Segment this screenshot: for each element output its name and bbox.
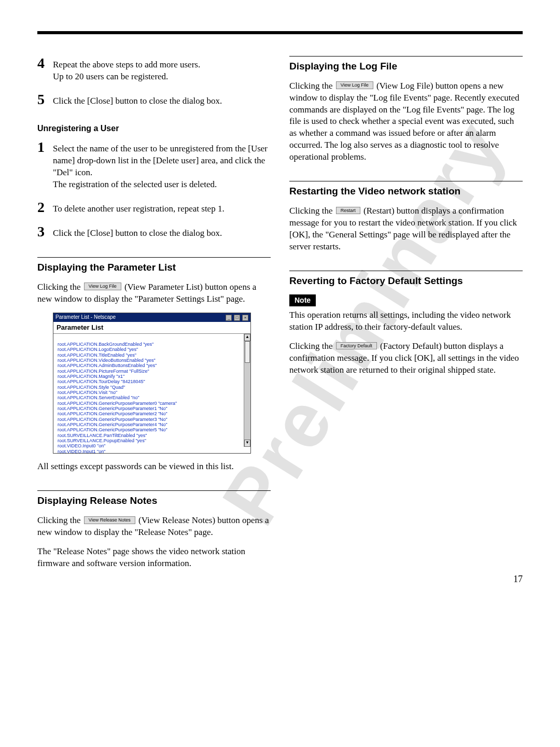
step-text: Repeat the above steps to add more users… (53, 56, 200, 83)
scrollbar[interactable]: ▲ ▼ (244, 334, 250, 447)
view-parameter-list-button[interactable]: View Log File (84, 283, 121, 290)
restart-paragraph: Clicking the Restart (Restart) button di… (289, 205, 523, 253)
maximize-icon[interactable]: □ (234, 315, 240, 321)
factory-default-button[interactable]: Factory Default (336, 342, 377, 350)
text-pre: Clicking the (37, 282, 83, 292)
step-line-a: Repeat the above steps to add more users… (53, 60, 200, 69)
parameter-list-paragraph: Clicking the View Log File (View Paramet… (37, 281, 271, 305)
view-release-notes-button[interactable]: View Release Notes (84, 516, 135, 524)
parameter-list-body: root.APPLICATION.BackGroundEnabled "yes"… (53, 334, 250, 453)
parameter-list-window: Parameter List - Netscape _ □ × Paramete… (53, 313, 251, 454)
step-number: 1 (37, 140, 53, 154)
text-pre: Clicking the (37, 515, 83, 525)
step-number: 4 (37, 56, 53, 71)
minimize-icon[interactable]: _ (226, 315, 232, 321)
release-notes-paragraph-2: The "Release Notes" page shows the video… (37, 546, 271, 570)
text-post: (View Log File) button opens a new windo… (289, 81, 519, 162)
text-pre: Clicking the (289, 206, 335, 216)
step-5: 5 Click the [Close] button to close the … (37, 92, 271, 107)
window-titlebar: Parameter List - Netscape _ □ × (53, 313, 250, 322)
step-line-b: The registration of the selected user is… (53, 179, 217, 189)
revert-heading: Reverting to Factory Default Settings (289, 271, 523, 288)
revert-paragraph: Clicking the Factory Default (Factory De… (289, 341, 523, 376)
window-title: Parameter List - Netscape (55, 314, 116, 321)
parameter-lines: root.APPLICATION.BackGroundEnabled "yes"… (58, 342, 177, 454)
view-log-file-button[interactable]: View Log File (336, 81, 373, 89)
page: Preliminary 4 Repeat the above steps to … (0, 0, 560, 598)
step-line-b: Up to 20 users can be registered. (53, 72, 168, 81)
unreg-step-1: 1 Select the name of the user to be unre… (37, 140, 271, 191)
right-column: Displaying the Log File Clicking the Vie… (289, 56, 523, 577)
step-line-a: Select the name of the user to be unregi… (53, 144, 268, 177)
step-text: To delete another user registration, rep… (53, 200, 225, 215)
unreg-step-3: 3 Click the [Close] button to close the … (37, 224, 271, 239)
log-file-heading: Displaying the Log File (289, 56, 523, 73)
parameter-list-heading: Displaying the Parameter List (37, 257, 271, 274)
scroll-up-icon[interactable]: ▲ (244, 334, 250, 341)
step-text: Click the [Close] button to close the di… (53, 92, 222, 107)
step-text: Select the name of the user to be unregi… (53, 140, 271, 191)
restart-heading: Restarting the Video network station (289, 181, 523, 198)
page-number: 17 (513, 573, 523, 585)
close-icon[interactable]: × (242, 315, 248, 321)
unreg-step-2: 2 To delete another user registration, r… (37, 200, 271, 215)
log-file-paragraph: Clicking the View Log File (View Log Fil… (289, 80, 523, 164)
step-number: 5 (37, 92, 53, 107)
note-block: Note (289, 294, 523, 308)
left-column: 4 Repeat the above steps to add more use… (37, 56, 271, 577)
parameter-list-title: Parameter List (53, 322, 250, 334)
window-buttons: _ □ × (225, 314, 248, 321)
revert-note-paragraph: This operation returns all settings, inc… (289, 309, 523, 333)
header-rule (37, 31, 523, 34)
release-notes-paragraph-1: Clicking the View Release Notes (View Re… (37, 515, 271, 539)
parameter-list-note: All settings except passwords can be vie… (37, 461, 271, 473)
step-number: 3 (37, 224, 53, 239)
step-text: Click the [Close] button to close the di… (53, 224, 222, 239)
step-4: 4 Repeat the above steps to add more use… (37, 56, 271, 83)
unregister-heading: Unregistering a User (37, 123, 271, 134)
two-column-layout: 4 Repeat the above steps to add more use… (37, 56, 523, 577)
text-pre: Clicking the (289, 81, 335, 91)
note-badge: Note (289, 294, 316, 306)
restart-button[interactable]: Restart (336, 207, 360, 215)
release-notes-heading: Displaying Release Notes (37, 490, 271, 508)
text-pre: Clicking the (289, 341, 335, 351)
step-number: 2 (37, 200, 53, 215)
scroll-down-icon[interactable]: ▼ (244, 440, 250, 447)
